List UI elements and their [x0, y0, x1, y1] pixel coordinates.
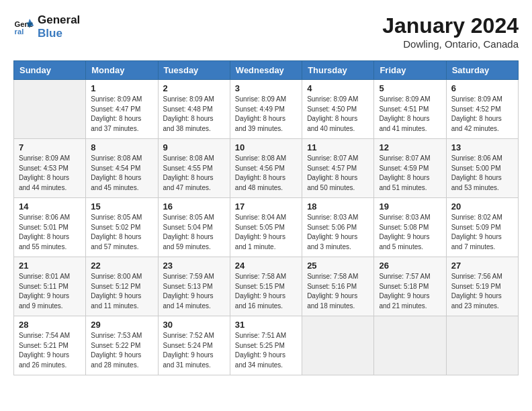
day-info: Sunrise: 8:07 AM Sunset: 4:59 PM Dayligh…: [379, 154, 441, 193]
day-info: Sunrise: 8:03 AM Sunset: 5:06 PM Dayligh…: [307, 213, 369, 252]
day-info: Sunrise: 7:56 AM Sunset: 5:19 PM Dayligh…: [451, 272, 513, 311]
calendar-cell: 24Sunrise: 7:58 AM Sunset: 5:15 PM Dayli…: [230, 257, 302, 316]
calendar-cell: 29Sunrise: 7:53 AM Sunset: 5:22 PM Dayli…: [86, 316, 158, 375]
page-header: Gene ral General Blue January 2024 Dowli…: [13, 13, 519, 50]
calendar-cell: 2Sunrise: 8:09 AM Sunset: 4:48 PM Daylig…: [158, 80, 230, 139]
calendar-cell: 25Sunrise: 7:58 AM Sunset: 5:16 PM Dayli…: [302, 257, 374, 316]
day-number: 4: [307, 83, 369, 93]
day-info: Sunrise: 8:09 AM Sunset: 4:48 PM Dayligh…: [163, 95, 225, 134]
day-info: Sunrise: 8:06 AM Sunset: 5:00 PM Dayligh…: [451, 154, 513, 193]
day-number: 28: [19, 320, 81, 330]
calendar-cell: 13Sunrise: 8:06 AM Sunset: 5:00 PM Dayli…: [446, 139, 518, 198]
day-number: 18: [307, 201, 369, 212]
calendar-week-4: 21Sunrise: 8:01 AM Sunset: 5:11 PM Dayli…: [14, 257, 519, 316]
calendar-cell: 27Sunrise: 7:56 AM Sunset: 5:19 PM Dayli…: [446, 257, 518, 316]
day-info: Sunrise: 8:08 AM Sunset: 4:55 PM Dayligh…: [163, 154, 225, 193]
logo: Gene ral General Blue: [13, 13, 80, 40]
day-info: Sunrise: 8:09 AM Sunset: 4:49 PM Dayligh…: [235, 95, 297, 134]
day-number: 1: [91, 83, 152, 93]
calendar-title: January 2024: [382, 13, 519, 38]
calendar-week-5: 28Sunrise: 7:54 AM Sunset: 5:21 PM Dayli…: [14, 316, 519, 375]
calendar-cell: 22Sunrise: 8:00 AM Sunset: 5:12 PM Dayli…: [86, 257, 158, 316]
calendar-cell: [302, 316, 374, 375]
calendar-cell: 20Sunrise: 8:02 AM Sunset: 5:09 PM Dayli…: [446, 198, 518, 257]
day-info: Sunrise: 7:57 AM Sunset: 5:18 PM Dayligh…: [379, 272, 441, 311]
day-info: Sunrise: 8:07 AM Sunset: 4:57 PM Dayligh…: [307, 154, 369, 193]
day-number: 17: [235, 201, 297, 212]
day-number: 20: [451, 201, 513, 212]
calendar-week-3: 14Sunrise: 8:06 AM Sunset: 5:01 PM Dayli…: [14, 198, 519, 257]
calendar-cell: 6Sunrise: 8:09 AM Sunset: 4:52 PM Daylig…: [446, 80, 518, 139]
day-number: 11: [307, 142, 369, 152]
day-number: 21: [19, 261, 81, 271]
calendar-week-1: 1Sunrise: 8:09 AM Sunset: 4:47 PM Daylig…: [14, 80, 519, 139]
day-info: Sunrise: 8:08 AM Sunset: 4:54 PM Dayligh…: [91, 154, 152, 193]
day-header-tuesday: Tuesday: [158, 61, 230, 80]
calendar-cell: 12Sunrise: 8:07 AM Sunset: 4:59 PM Dayli…: [374, 139, 446, 198]
day-info: Sunrise: 8:03 AM Sunset: 5:08 PM Dayligh…: [379, 213, 441, 252]
day-header-sunday: Sunday: [14, 61, 86, 80]
logo-text-line1: General: [38, 13, 80, 27]
day-number: 19: [379, 201, 441, 212]
logo-text-line2: Blue: [38, 27, 80, 40]
day-number: 10: [235, 142, 297, 152]
calendar-cell: 30Sunrise: 7:52 AM Sunset: 5:24 PM Dayli…: [158, 316, 230, 375]
day-header-wednesday: Wednesday: [230, 61, 302, 80]
day-info: Sunrise: 7:58 AM Sunset: 5:16 PM Dayligh…: [307, 272, 369, 311]
day-info: Sunrise: 7:54 AM Sunset: 5:21 PM Dayligh…: [19, 331, 81, 370]
calendar-cell: 21Sunrise: 8:01 AM Sunset: 5:11 PM Dayli…: [14, 257, 86, 316]
day-number: 25: [307, 261, 369, 271]
svg-text:ral: ral: [15, 28, 24, 36]
calendar-cell: 11Sunrise: 8:07 AM Sunset: 4:57 PM Dayli…: [302, 139, 374, 198]
calendar-cell: 1Sunrise: 8:09 AM Sunset: 4:47 PM Daylig…: [86, 80, 158, 139]
day-number: 26: [379, 261, 441, 271]
calendar-week-2: 7Sunrise: 8:09 AM Sunset: 4:53 PM Daylig…: [14, 139, 519, 198]
day-info: Sunrise: 8:04 AM Sunset: 5:05 PM Dayligh…: [235, 213, 297, 252]
day-info: Sunrise: 8:05 AM Sunset: 5:04 PM Dayligh…: [163, 213, 225, 252]
calendar-cell: 4Sunrise: 8:09 AM Sunset: 4:50 PM Daylig…: [302, 80, 374, 139]
day-info: Sunrise: 8:00 AM Sunset: 5:12 PM Dayligh…: [91, 272, 152, 311]
day-info: Sunrise: 8:09 AM Sunset: 4:47 PM Dayligh…: [91, 95, 152, 134]
calendar-cell: 16Sunrise: 8:05 AM Sunset: 5:04 PM Dayli…: [158, 198, 230, 257]
calendar-cell: 3Sunrise: 8:09 AM Sunset: 4:49 PM Daylig…: [230, 80, 302, 139]
title-block: January 2024 Dowling, Ontario, Canada: [382, 13, 519, 50]
day-number: 7: [19, 142, 81, 152]
calendar-cell: 28Sunrise: 7:54 AM Sunset: 5:21 PM Dayli…: [14, 316, 86, 375]
day-info: Sunrise: 8:01 AM Sunset: 5:11 PM Dayligh…: [19, 272, 81, 311]
calendar-subtitle: Dowling, Ontario, Canada: [382, 38, 519, 50]
day-number: 15: [91, 201, 152, 212]
day-info: Sunrise: 7:58 AM Sunset: 5:15 PM Dayligh…: [235, 272, 297, 311]
day-number: 3: [235, 83, 297, 93]
calendar-cell: 14Sunrise: 8:06 AM Sunset: 5:01 PM Dayli…: [14, 198, 86, 257]
day-number: 5: [379, 83, 441, 93]
calendar-cell: 9Sunrise: 8:08 AM Sunset: 4:55 PM Daylig…: [158, 139, 230, 198]
day-number: 8: [91, 142, 152, 152]
day-number: 24: [235, 261, 297, 271]
calendar-cell: 19Sunrise: 8:03 AM Sunset: 5:08 PM Dayli…: [374, 198, 446, 257]
calendar-cell: 8Sunrise: 8:08 AM Sunset: 4:54 PM Daylig…: [86, 139, 158, 198]
day-number: 29: [91, 320, 152, 330]
calendar-cell: 7Sunrise: 8:09 AM Sunset: 4:53 PM Daylig…: [14, 139, 86, 198]
calendar-cell: [374, 316, 446, 375]
day-number: 6: [451, 83, 513, 93]
day-info: Sunrise: 8:09 AM Sunset: 4:50 PM Dayligh…: [307, 95, 369, 134]
calendar-table: SundayMondayTuesdayWednesdayThursdayFrid…: [13, 60, 519, 375]
day-number: 22: [91, 261, 152, 271]
calendar-cell: 18Sunrise: 8:03 AM Sunset: 5:06 PM Dayli…: [302, 198, 374, 257]
day-number: 12: [379, 142, 441, 152]
calendar-cell: 26Sunrise: 7:57 AM Sunset: 5:18 PM Dayli…: [374, 257, 446, 316]
day-header-monday: Monday: [86, 61, 158, 80]
day-number: 31: [235, 320, 297, 330]
day-info: Sunrise: 7:52 AM Sunset: 5:24 PM Dayligh…: [163, 331, 225, 370]
day-number: 13: [451, 142, 513, 152]
calendar-header-row: SundayMondayTuesdayWednesdayThursdayFrid…: [14, 61, 519, 80]
calendar-cell: [446, 316, 518, 375]
day-info: Sunrise: 8:09 AM Sunset: 4:53 PM Dayligh…: [19, 154, 81, 193]
calendar-cell: 31Sunrise: 7:51 AM Sunset: 5:25 PM Dayli…: [230, 316, 302, 375]
day-number: 9: [163, 142, 225, 152]
calendar-cell: 10Sunrise: 8:08 AM Sunset: 4:56 PM Dayli…: [230, 139, 302, 198]
day-number: 30: [163, 320, 225, 330]
day-info: Sunrise: 8:08 AM Sunset: 4:56 PM Dayligh…: [235, 154, 297, 193]
day-info: Sunrise: 8:09 AM Sunset: 4:52 PM Dayligh…: [451, 95, 513, 134]
day-info: Sunrise: 8:06 AM Sunset: 5:01 PM Dayligh…: [19, 213, 81, 252]
